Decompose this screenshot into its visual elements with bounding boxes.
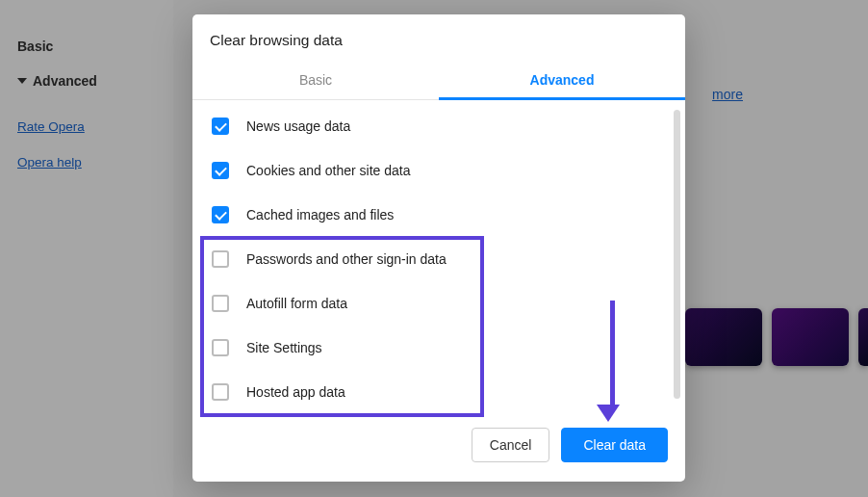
options-list: News usage data Cookies and other site d… — [192, 100, 685, 412]
dialog-footer: Cancel Clear data — [192, 412, 685, 482]
option-label: Hosted app data — [246, 384, 345, 400]
option-row: Autofill form data — [192, 281, 685, 326]
dialog-tabs: Basic Advanced — [192, 63, 685, 100]
option-label: Passwords and other sign-in data — [246, 251, 447, 267]
dialog-title: Clear browsing data — [192, 14, 685, 63]
option-label: News usage data — [246, 118, 350, 134]
option-row: Cached images and files — [192, 193, 685, 237]
clear-data-button[interactable]: Clear data — [561, 428, 668, 462]
scrollbar[interactable] — [674, 110, 680, 399]
tab-advanced[interactable]: Advanced — [439, 63, 685, 99]
checkbox-hosted-app[interactable] — [212, 383, 229, 401]
option-label: Cookies and other site data — [246, 163, 410, 178]
option-label: Cached images and files — [246, 207, 394, 222]
checkbox-cookies[interactable] — [212, 162, 229, 179]
checkbox-autofill[interactable] — [212, 295, 229, 312]
option-row: News usage data — [192, 104, 685, 148]
option-row: Cookies and other site data — [192, 148, 685, 193]
option-row: Passwords and other sign-in data — [192, 237, 685, 281]
option-row: Site Settings — [192, 326, 685, 370]
cancel-button[interactable]: Cancel — [472, 428, 550, 462]
tab-basic[interactable]: Basic — [192, 63, 439, 99]
option-label: Autofill form data — [246, 296, 347, 311]
clear-browsing-data-dialog: Clear browsing data Basic Advanced News … — [192, 14, 685, 482]
option-label: Site Settings — [246, 340, 322, 355]
checkbox-site-settings[interactable] — [212, 339, 229, 356]
checkbox-cached[interactable] — [212, 206, 229, 223]
checkbox-news-usage[interactable] — [212, 118, 229, 135]
checkbox-passwords[interactable] — [212, 250, 229, 268]
option-row: Hosted app data — [192, 370, 685, 412]
